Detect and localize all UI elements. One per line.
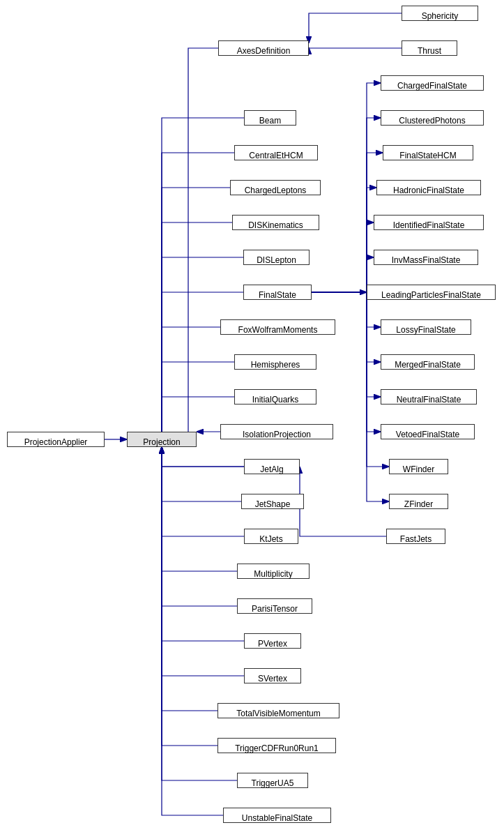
node-multiplicity[interactable]: Multiplicity <box>237 564 310 579</box>
node-vetoedfinalstate[interactable]: VetoedFinalState <box>381 424 475 439</box>
node-finalstatehcm[interactable]: FinalStateHCM <box>383 145 473 160</box>
node-isolationprojection[interactable]: IsolationProjection <box>220 424 333 439</box>
node-sphericity[interactable]: Sphericity <box>402 6 478 21</box>
node-triggercdfrun0run1[interactable]: TriggerCDFRun0Run1 <box>217 738 336 753</box>
node-mergedfinalstate[interactable]: MergedFinalState <box>381 354 475 370</box>
node-centralethcm[interactable]: CentralEtHCM <box>234 145 318 160</box>
node-foxwolframmoments[interactable]: FoxWolframMoments <box>220 319 335 335</box>
node-clusteredphotons[interactable]: ClusteredPhotons <box>381 110 484 126</box>
node-identifiedfinalstate[interactable]: IdentifiedFinalState <box>374 215 484 230</box>
node-jetshape[interactable]: JetShape <box>241 494 304 509</box>
node-dislepton[interactable]: DISLepton <box>243 250 310 265</box>
node-fastjets[interactable]: FastJets <box>386 529 445 544</box>
node-chargedfinalstate[interactable]: ChargedFinalState <box>381 75 484 91</box>
node-diskinematics[interactable]: DISKinematics <box>232 215 319 230</box>
node-thrust[interactable]: Thrust <box>402 40 457 56</box>
node-axesdefinition[interactable]: AxesDefinition <box>218 40 309 56</box>
node-jetalg[interactable]: JetAlg <box>244 459 300 474</box>
node-leadingparticlesfinalstate[interactable]: LeadingParticlesFinalState <box>367 285 496 300</box>
node-hadronicfinalstate[interactable]: HadronicFinalState <box>376 180 481 195</box>
node-parisitensor[interactable]: ParisiTensor <box>237 598 312 614</box>
node-chargedleptons[interactable]: ChargedLeptons <box>230 180 321 195</box>
node-unstablefinalstate[interactable]: UnstableFinalState <box>223 808 331 823</box>
node-ktjets[interactable]: KtJets <box>244 529 298 544</box>
node-pvertex[interactable]: PVertex <box>244 633 301 649</box>
node-wfinder[interactable]: WFinder <box>389 459 448 474</box>
node-beam[interactable]: Beam <box>244 110 296 126</box>
node-svertex[interactable]: SVertex <box>244 668 301 683</box>
node-triggerua5[interactable]: TriggerUA5 <box>237 773 308 788</box>
node-projectionapplier[interactable]: ProjectionApplier <box>7 432 105 447</box>
node-initialquarks[interactable]: InitialQuarks <box>234 389 316 405</box>
node-hemispheres[interactable]: Hemispheres <box>234 354 316 370</box>
node-neutralfinalstate[interactable]: NeutralFinalState <box>381 389 477 405</box>
node-projection[interactable]: Projection <box>127 432 197 447</box>
diagram-container: SphericityThrustAxesDefinitionBeamCentra… <box>0 0 504 839</box>
node-invmassfinalstate[interactable]: InvMassFinalState <box>374 250 478 265</box>
node-zfinder[interactable]: ZFinder <box>389 494 448 509</box>
node-finalstate[interactable]: FinalState <box>243 285 312 300</box>
node-lossyfinalstate[interactable]: LossyFinalState <box>381 319 471 335</box>
node-totalvisiblemomentum[interactable]: TotalVisibleMomentum <box>217 703 339 718</box>
